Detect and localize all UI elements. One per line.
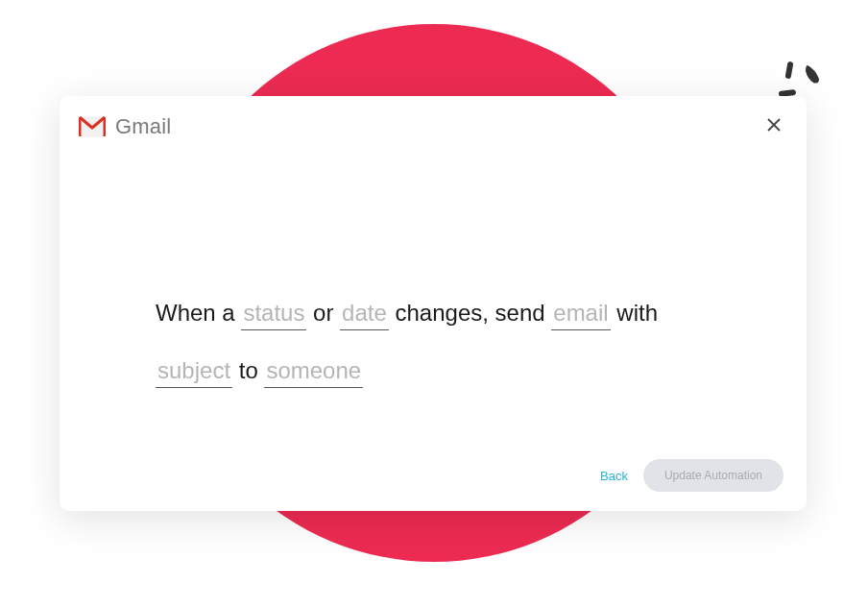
close-button[interactable] <box>760 113 787 140</box>
sentence-text: or <box>306 300 340 326</box>
svg-rect-0 <box>784 61 793 80</box>
token-subject[interactable]: subject <box>156 357 232 388</box>
automation-modal: Gmail When a status or date changes, sen… <box>60 96 807 511</box>
token-date[interactable]: date <box>340 300 389 330</box>
modal-footer: Back Update Automation <box>600 459 784 492</box>
modal-header: Gmail <box>60 96 807 140</box>
back-button[interactable]: Back <box>600 469 628 483</box>
automation-sentence: When a status or date changes, send emai… <box>60 140 807 400</box>
token-email[interactable]: email <box>551 300 610 330</box>
token-status[interactable]: status <box>241 300 306 330</box>
gmail-brand: Gmail <box>79 114 171 139</box>
gmail-icon <box>79 116 106 137</box>
brand-label: Gmail <box>115 114 171 139</box>
token-someone[interactable]: someone <box>264 357 363 388</box>
sentence-text: changes, send <box>389 300 551 326</box>
sentence-text: When a <box>156 300 241 326</box>
sentence-text: to <box>232 357 264 383</box>
update-automation-button[interactable]: Update Automation <box>643 459 784 492</box>
sentence-text: with <box>611 300 658 326</box>
close-icon <box>767 118 781 135</box>
